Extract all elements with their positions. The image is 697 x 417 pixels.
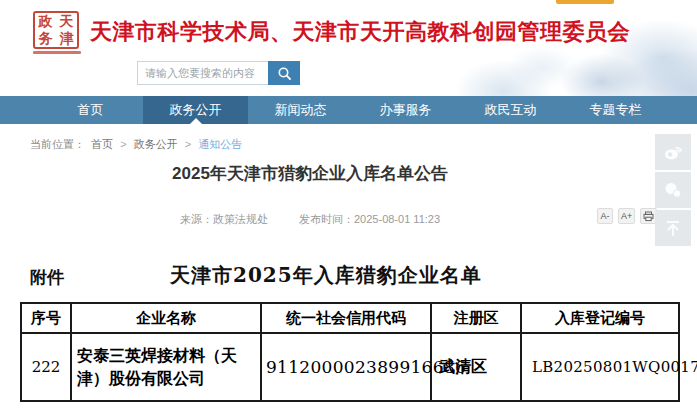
nav-item-home[interactable]: 首页 [38, 96, 143, 124]
font-increase-button[interactable]: A+ [618, 208, 635, 224]
wechat-icon [662, 179, 684, 201]
header-background-art [267, 0, 697, 96]
font-decrease-button[interactable]: A- [597, 208, 613, 224]
nav-item-special-topics[interactable]: 专题专栏 [563, 96, 668, 124]
share-toolbar [655, 134, 691, 246]
main-nav: 首页 政务公开 新闻动态 办事服务 政民互动 专题专栏 [0, 96, 697, 124]
source-label: 来源： [180, 213, 213, 225]
share-weibo-button[interactable] [655, 134, 691, 170]
breadcrumb-separator: > [120, 138, 126, 150]
enterprise-table: 序号 企业名称 统一社会信用代码 注册区 入库登记编号 222 安泰三英焊接材料… [20, 302, 680, 402]
arrow-up-icon [662, 217, 684, 239]
nav-item-gov-disclosure[interactable]: 政务公开 [143, 96, 248, 124]
table-row: 222 安泰三英焊接材料（天津）股份有限公司 91120000238991668… [21, 333, 679, 401]
source-value: 政策法规处 [213, 213, 268, 225]
attachment-label: 附件 [30, 266, 64, 289]
col-header-credit-code: 统一社会信用代码 [261, 303, 431, 333]
cell-company: 安泰三英焊接材料（天津）股份有限公司 [71, 333, 261, 401]
weibo-icon [662, 141, 684, 163]
back-to-top-button[interactable] [655, 210, 691, 246]
article-title: 2025年天津市猎豹企业入库名单公告 [0, 162, 620, 185]
cell-district: 武清区 [431, 333, 521, 401]
search-input[interactable] [137, 61, 268, 85]
search-button[interactable] [268, 61, 300, 85]
site-header: 政 天 务 津 天津市科学技术局、天津市天开高教科创园管理委员会 [0, 0, 697, 96]
seal-char: 务 [35, 30, 56, 47]
breadcrumb: 当前位置： 首页 > 政务公开 > 通知公告 [30, 137, 245, 152]
nav-item-news[interactable]: 新闻动态 [248, 96, 353, 124]
top-float-tab [556, 0, 614, 4]
article-meta: 来源：政策法规处 发布时间：2025-08-01 11:23 [0, 212, 620, 227]
breadcrumb-link-gov-disclosure[interactable]: 政务公开 [134, 138, 178, 150]
time-label: 发布时间： [299, 213, 354, 225]
page: 政 天 务 津 天津市科学技术局、天津市天开高教科创园管理委员会 首页 [0, 0, 697, 417]
seal-char: 津 [56, 30, 77, 47]
article-source: 来源：政策法规处 [180, 213, 268, 225]
font-controls: A- A+ [597, 208, 657, 224]
time-value: 2025-08-01 11:23 [354, 213, 440, 225]
col-header-company: 企业名称 [71, 303, 261, 333]
site-title: 天津市科学技术局、天津市天开高教科创园管理委员会 [90, 17, 630, 47]
col-header-district: 注册区 [431, 303, 521, 333]
cell-seq: 222 [21, 333, 71, 401]
search-icon [277, 66, 292, 81]
table-header-row: 序号 企业名称 统一社会信用代码 注册区 入库登记编号 [21, 303, 679, 333]
seal-characters: 政 天 务 津 [33, 11, 79, 49]
seal-caption [33, 51, 81, 54]
breadcrumb-link-home[interactable]: 首页 [91, 138, 113, 150]
col-header-reg-no: 入库登记编号 [521, 303, 679, 333]
cell-reg-no: LB20250801WQ00175 [521, 333, 679, 401]
search-bar [137, 61, 300, 85]
breadcrumb-prefix: 当前位置： [30, 138, 85, 150]
col-header-seq: 序号 [21, 303, 71, 333]
article-publish-time: 发布时间：2025-08-01 11:23 [299, 213, 440, 225]
attachment-doc-title: 天津市2025年入库猎豹企业名单 [170, 262, 482, 289]
breadcrumb-separator: > [185, 138, 191, 150]
seal-char: 天 [56, 13, 77, 30]
share-wechat-button[interactable] [655, 172, 691, 208]
printer-icon [643, 211, 654, 222]
breadcrumb-link-notices[interactable]: 通知公告 [198, 138, 242, 150]
nav-item-services[interactable]: 办事服务 [353, 96, 458, 124]
cell-credit-code: 911200002389916686 [261, 333, 431, 401]
seal-char: 政 [35, 13, 56, 30]
nav-item-interaction[interactable]: 政民互动 [458, 96, 563, 124]
site-logo-seal: 政 天 务 津 [33, 11, 87, 59]
